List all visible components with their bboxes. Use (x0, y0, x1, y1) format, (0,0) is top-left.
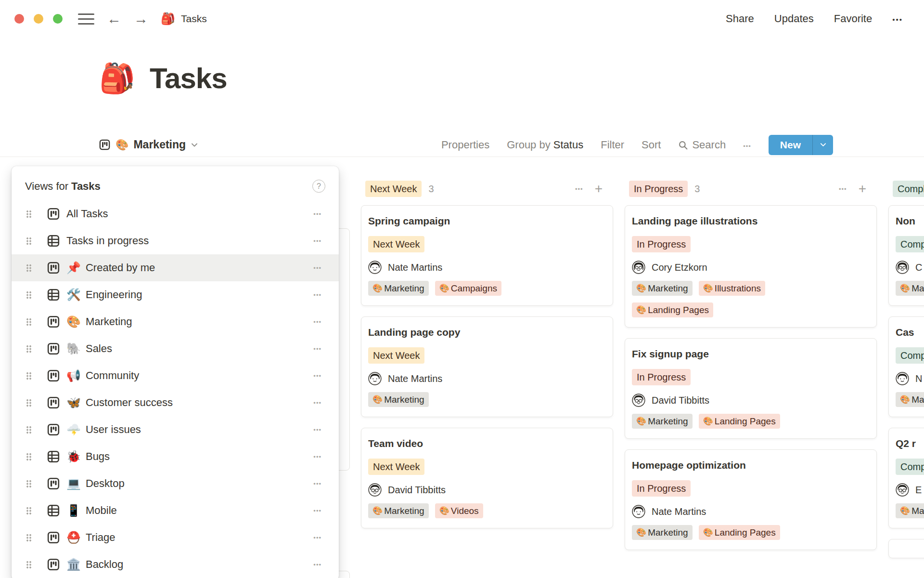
group-by-button[interactable]: Group by Status (507, 139, 583, 151)
drag-handle-icon[interactable] (26, 399, 32, 407)
task-card[interactable]: Cas Completed N 🎨Marketing (888, 316, 924, 417)
share-button[interactable]: Share (726, 13, 754, 25)
breadcrumb-title: Tasks (181, 13, 207, 25)
task-card[interactable]: Spring campaign Next Week Nate Martins 🎨… (361, 205, 613, 306)
task-card[interactable] (888, 539, 924, 558)
drag-handle-icon[interactable] (26, 345, 32, 353)
drag-handle-icon[interactable] (26, 237, 32, 245)
zoom-window-icon[interactable] (53, 14, 63, 24)
more-options-icon[interactable] (892, 13, 903, 25)
sidebar-menu-icon[interactable] (78, 13, 94, 25)
views-panel-item-marketing[interactable]: 🎨 Marketing (12, 308, 339, 335)
sort-button[interactable]: Sort (642, 139, 661, 151)
task-card[interactable]: Fix signup page In Progress David Tibbit… (625, 338, 877, 439)
page-title[interactable]: Tasks (150, 62, 227, 95)
task-card[interactable]: Non Completed C 🎨Marketing (888, 205, 924, 306)
view-emoji: 🏛️ (66, 558, 81, 571)
status-badge: Next Week (368, 459, 424, 475)
drag-handle-icon[interactable] (26, 561, 32, 569)
views-panel-item-mobile[interactable]: 📱 Mobile (12, 497, 339, 524)
assignee: David Tibbitts (368, 483, 606, 497)
more-icon[interactable] (313, 398, 321, 407)
palette-icon: 🎨 (703, 283, 713, 293)
page-backpack-icon[interactable]: 🎒 (99, 64, 135, 93)
more-icon[interactable] (313, 371, 321, 380)
tag: 🎨Landing Pages (632, 302, 713, 317)
column-add-icon[interactable] (859, 182, 866, 196)
card-title: Cas (896, 326, 924, 339)
more-icon[interactable] (313, 506, 321, 515)
views-panel-item-created-by-me[interactable]: 📌 Created by me (12, 254, 339, 281)
view-more-options-icon[interactable] (743, 139, 751, 151)
palette-icon: 🎨 (439, 283, 449, 293)
task-card[interactable]: Homepage optimization In Progress Nate M… (625, 449, 877, 550)
close-window-icon[interactable] (14, 14, 24, 24)
task-card[interactable]: Landing page copy Next Week Nate Martins… (361, 316, 613, 417)
more-icon[interactable] (313, 263, 321, 272)
views-panel-item-all-tasks[interactable]: All Tasks (12, 200, 339, 227)
column-more-icon[interactable] (575, 184, 583, 193)
drag-handle-icon[interactable] (26, 534, 32, 542)
updates-button[interactable]: Updates (774, 13, 814, 25)
board-view-icon (46, 207, 61, 221)
drag-handle-icon[interactable] (26, 318, 32, 326)
more-icon[interactable] (313, 236, 321, 245)
more-icon[interactable] (313, 344, 321, 353)
view-switcher[interactable]: 🎨 Marketing (99, 138, 198, 151)
view-label: Backlog (86, 558, 123, 571)
avatar (632, 394, 645, 407)
more-icon[interactable] (313, 479, 321, 488)
more-icon[interactable] (313, 452, 321, 461)
more-icon[interactable] (313, 425, 321, 434)
view-label: Sales (86, 342, 112, 355)
group-by-value: Status (553, 139, 583, 151)
favorite-button[interactable]: Favorite (834, 13, 872, 25)
views-panel-item-backlog[interactable]: 🏛️ Backlog (12, 551, 339, 578)
column-add-icon[interactable] (595, 182, 603, 196)
views-panel-item-tasks-in-progress[interactable]: Tasks in progress (12, 227, 339, 254)
new-dropdown-icon[interactable] (813, 135, 833, 155)
column-count: 3 (694, 184, 700, 195)
drag-handle-icon[interactable] (26, 264, 32, 272)
more-icon[interactable] (313, 317, 321, 326)
views-panel-item-bugs[interactable]: 🐞 Bugs (12, 443, 339, 470)
back-arrow-icon[interactable]: ← (107, 12, 121, 26)
status-badge: In Progress (632, 480, 691, 497)
palette-icon: 🎨 (372, 394, 383, 405)
minimize-window-icon[interactable] (34, 14, 43, 24)
column-more-icon[interactable] (839, 184, 847, 193)
drag-handle-icon[interactable] (26, 480, 32, 488)
views-panel-item-user-issues[interactable]: 🌩️ User issues (12, 416, 339, 443)
views-panel-item-community[interactable]: 📢 Community (12, 362, 339, 389)
views-panel-item-engineering[interactable]: 🛠️ Engineering (12, 281, 339, 308)
search-button[interactable]: Search (678, 139, 726, 151)
forward-arrow-icon[interactable]: → (134, 12, 148, 26)
help-icon[interactable]: ? (312, 180, 325, 193)
views-panel-item-customer-success[interactable]: 🦋 Customer success (12, 389, 339, 416)
column-count: 3 (428, 184, 434, 195)
views-panel-item-desktop[interactable]: 💻 Desktop (12, 470, 339, 497)
views-panel-item-triage[interactable]: ⛑️ Triage (12, 524, 339, 551)
drag-handle-icon[interactable] (26, 426, 32, 434)
drag-handle-icon[interactable] (26, 372, 32, 380)
properties-button[interactable]: Properties (441, 139, 489, 151)
more-icon[interactable] (313, 533, 321, 542)
more-icon[interactable] (313, 210, 321, 218)
task-card[interactable]: Q2 r Completed E 🎨Marketing (888, 428, 924, 528)
palette-icon: 🎨 (636, 305, 646, 315)
view-label: Marketing (86, 315, 132, 328)
drag-handle-icon[interactable] (26, 210, 32, 218)
breadcrumb[interactable]: 🎒 Tasks (161, 12, 207, 26)
board-view-icon (46, 422, 61, 437)
drag-handle-icon[interactable] (26, 453, 32, 461)
views-panel-item-sales[interactable]: 🐘 Sales (12, 335, 339, 362)
task-card[interactable]: Team video Next Week David Tibbitts 🎨Mar… (361, 428, 613, 528)
more-icon[interactable] (313, 290, 321, 299)
drag-handle-icon[interactable] (26, 291, 32, 299)
filter-button[interactable]: Filter (601, 139, 624, 151)
more-icon[interactable] (313, 560, 321, 569)
new-button[interactable]: New (769, 135, 833, 155)
assignee: E (896, 483, 924, 497)
drag-handle-icon[interactable] (26, 507, 32, 515)
task-card[interactable]: Landing page illustrations In Progress C… (625, 205, 877, 328)
